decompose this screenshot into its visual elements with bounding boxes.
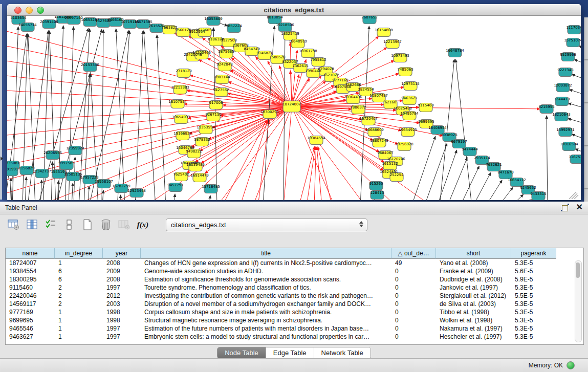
table-cell[interactable]: de Silva et al. (2003) [436,300,511,308]
table-row[interactable]: 1830029562008Estimation of significance … [6,275,583,283]
select-columns-icon[interactable] [44,218,57,231]
table-cell[interactable]: Investigating the contribution of common… [141,292,391,300]
table-cell[interactable]: 6 [55,275,103,283]
table-cell[interactable]: Yano et al. (2008) [436,259,511,267]
close-window-icon[interactable] [14,7,21,14]
table-cell[interactable]: 9115460 [6,283,55,292]
table-cell[interactable]: Estimation of the future numbers of pati… [141,324,391,333]
table-cell[interactable]: 2 [55,292,103,300]
table-cell[interactable]: 1 [55,324,103,333]
panel-collapse-arrow-icon[interactable] [1,157,3,161]
window-resize-grip[interactable] [569,192,578,199]
table-cell[interactable]: 6 [55,267,103,275]
table-cell[interactable]: 0 [391,316,436,324]
table-cell[interactable]: 2009 [103,267,141,275]
table-cell[interactable]: 1998 [103,316,141,324]
table-cell[interactable]: 0 [391,267,436,275]
table-cell[interactable]: 1997 [103,283,141,292]
table-cell[interactable]: 5.9E-5 [511,275,556,283]
column-header[interactable]: short [436,248,511,259]
table-cell[interactable]: 49 [391,259,436,267]
table-cell[interactable]: Wolkin et al. (1998) [436,316,511,324]
table-cell[interactable]: Disruption of a novel member of a sodium… [141,300,391,308]
table-cell[interactable]: 1 [55,333,103,341]
table-row[interactable]: 1938455462009Genome-wide association stu… [6,267,583,275]
table-cell[interactable]: 5.6E-5 [511,267,556,275]
table-cell[interactable]: 19384554 [6,267,55,275]
float-panel-icon[interactable] [561,203,569,211]
table-cell[interactable]: 5.3E-5 [511,283,556,292]
table-cell[interactable]: 5.3E-5 [511,308,556,316]
table-source-select[interactable]: citations_edges.txt [166,218,367,231]
table-cell[interactable]: 0 [391,333,436,341]
table-cell[interactable]: 1 [55,308,103,316]
table-cell[interactable]: Tibbo et al. (1998) [436,308,511,316]
table-cell[interactable]: 1997 [103,333,141,341]
table-cell[interactable]: Tourette syndrome. Phenomenology and cla… [141,283,391,292]
column-header[interactable]: title [141,248,391,259]
row-height-icon[interactable] [62,218,76,231]
table-cell[interactable]: 1 [55,316,103,324]
table-cell[interactable]: 0 [391,308,436,316]
table-cell[interactable]: Structural magnetic resonance image aver… [141,316,391,324]
table-cell[interactable]: 2012 [103,292,141,300]
table-cell[interactable]: 0 [391,275,436,283]
table-cell[interactable]: 5.3E-5 [511,259,556,267]
table-cell[interactable]: 0 [391,292,436,300]
table-row[interactable]: 977716911998Corpus callosum shape and si… [6,308,583,316]
table-panel-titlebar[interactable]: Table Panel ✕ [0,202,588,214]
column-header[interactable]: year [103,248,141,259]
close-panel-icon[interactable]: ✕ [576,203,583,211]
table-cell[interactable]: 1997 [103,324,141,333]
table-cell[interactable]: 0 [391,324,436,333]
table-row[interactable]: 911546021997Tourette syndrome. Phenomeno… [6,283,583,292]
table-cell[interactable]: Corpus callosum shape and size in male p… [141,308,391,316]
table-cell[interactable]: 5.3E-5 [511,324,556,333]
column-header[interactable]: in_degree [55,248,103,259]
table-cell[interactable]: 14569117 [6,300,55,308]
table-cell[interactable]: 5.3E-5 [511,316,556,324]
delete-table-icon[interactable] [99,218,113,231]
table-cell[interactable]: 9777169 [6,308,55,316]
table-cell[interactable]: 1998 [103,308,141,316]
minimize-window-icon[interactable] [26,7,33,14]
network-canvas[interactable]: 5103654140557142039140611612054206971401… [7,16,581,200]
table-cell[interactable]: 2 [55,300,103,308]
table-row[interactable]: 1872400712008Changes of HCN gene express… [6,259,583,267]
table-cell[interactable]: Changes of HCN gene expression and I(f) … [141,259,391,267]
table-row[interactable]: 946362711997Embryonic stem cells: a mode… [6,333,583,341]
network-window-titlebar[interactable]: citations_edges.txt [7,4,581,16]
table-cell[interactable]: 9465546 [6,324,55,333]
new-table-icon[interactable] [81,218,94,231]
modify-table-icon[interactable] [7,218,20,231]
show-column-icon[interactable] [26,218,39,231]
table-cell[interactable]: 2008 [103,259,141,267]
column-header[interactable]: name [6,248,55,259]
table-cell[interactable]: 22420046 [6,292,55,300]
right-scroll-strip[interactable] [584,17,588,202]
table-vertical-scrollbar[interactable] [575,260,582,342]
table-cell[interactable]: 1 [55,259,103,267]
table-cell[interactable]: Stergiakouli et al. (2012) [436,292,511,300]
table-cell[interactable]: Estimation of significance thresholds fo… [141,275,391,283]
table-row[interactable]: 2242004622012Investigating the contribut… [6,292,583,300]
tab-edge-table[interactable]: Edge Table [266,347,314,358]
tab-network-table[interactable]: Network Table [314,347,371,358]
table-row[interactable]: 969969511998Structural magnetic resonanc… [6,316,583,324]
column-header[interactable]: pagerank [511,248,556,259]
table-cell[interactable]: 18724007 [6,259,55,267]
table-cell[interactable]: Jankovic et al. (1997) [436,283,511,292]
table-cell[interactable]: Nakamura et al. (1997) [436,324,511,333]
table-cell[interactable]: 2 [55,283,103,292]
table-cell[interactable]: Franke et al. (2009) [436,267,511,275]
table-cell[interactable]: Dudbridge et al. (2008) [436,275,511,283]
scrollbar-thumb[interactable] [576,262,580,278]
table-cell[interactable]: 2008 [103,275,141,283]
table-cell[interactable]: Hescheler et al. (1997) [436,333,511,341]
table-cell[interactable]: 5.3E-5 [511,300,556,308]
table-cell[interactable]: Genome-wide association studies in ADHD. [141,267,391,275]
table-cell[interactable]: 5.3E-5 [511,333,556,341]
table-cell[interactable]: 5.5E-5 [511,292,556,300]
table-cell[interactable]: 9699695 [6,316,55,324]
table-cell[interactable]: Embryonic stem cells: a model to study s… [141,333,391,341]
